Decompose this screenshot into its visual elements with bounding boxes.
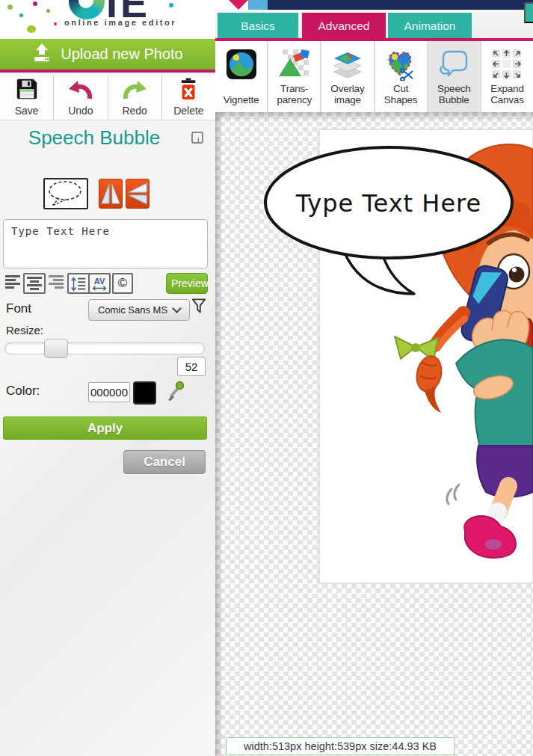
upload-icon [32, 43, 52, 66]
info-icon[interactable]: i [191, 132, 203, 144]
upload-new-photo-button[interactable]: Upload new Photo [0, 39, 215, 73]
align-center-icon [25, 275, 43, 292]
banner-navy-bar [268, 0, 533, 10]
tool-label: Vignette [224, 95, 259, 106]
main-area: Basics Advanced Animation Vignette [215, 0, 533, 756]
tool-label: SpeechBubble [437, 84, 471, 106]
tool-expand-canvas[interactable]: ExpandCanvas [481, 41, 533, 112]
slider-handle[interactable] [44, 339, 68, 358]
splatter-dot [54, 22, 57, 25]
color-swatch[interactable] [133, 381, 156, 405]
preview-button[interactable]: Preview [166, 273, 208, 294]
tool-label: Overlayimage [330, 84, 364, 106]
eyedropper-button[interactable] [166, 380, 184, 403]
tool-transparency[interactable]: Trans-parency [268, 41, 320, 112]
panel-title: Speech Bubble [0, 126, 188, 150]
delete-icon [176, 77, 200, 103]
expand-canvas-icon [490, 48, 523, 81]
font-filter-button[interactable] [191, 298, 206, 317]
image-status-bar: width:513px height:539px size:44.93 KB [226, 737, 455, 755]
redo-label: Redo [122, 105, 147, 117]
edit-toolbar: Save Undo Redo Delete [0, 76, 215, 120]
banner-triangle [229, 0, 248, 10]
redo-icon [122, 79, 147, 103]
line-height-icon [70, 275, 87, 293]
speech-bubble-tool-icon [437, 48, 470, 81]
overlay-image-icon [331, 48, 364, 81]
splatter-dot [7, 4, 13, 10]
save-icon [15, 77, 39, 103]
vignette-icon [225, 48, 258, 81]
canvas-art: Type Text Here [215, 112, 533, 756]
font-label: Font [6, 301, 31, 316]
align-right-button[interactable] [46, 273, 66, 292]
cancel-button[interactable]: Cancel [123, 450, 206, 474]
upload-label: Upload new Photo [61, 46, 182, 63]
resize-label: Resize: [6, 324, 43, 336]
delete-label: Delete [173, 105, 203, 117]
tool-speech-bubble[interactable]: SpeechBubble [428, 41, 480, 112]
bubble-text: Type Text Here [295, 189, 481, 218]
chevron-down-icon [172, 304, 182, 313]
redo-button[interactable]: Redo [108, 76, 161, 120]
flip-horizontal-button[interactable] [99, 179, 123, 209]
tab-partial-right[interactable] [524, 2, 533, 23]
undo-label: Undo [68, 105, 93, 117]
line-height-button[interactable] [67, 273, 90, 294]
splatter-dot [169, 3, 173, 7]
undo-button[interactable]: Undo [53, 76, 107, 120]
letter-spacing-icon: AV [90, 275, 108, 293]
tab-basics[interactable]: Basics [218, 13, 298, 38]
online-image-editor-app: IE online image editor Upload new Photo … [0, 0, 533, 756]
font-size-slider[interactable] [4, 342, 205, 354]
splatter-dot [33, 1, 37, 6]
apply-button[interactable]: Apply [3, 417, 207, 440]
svg-text:AV: AV [94, 277, 105, 286]
tool-label: Trans-parency [277, 84, 312, 106]
splatter-dot [19, 13, 23, 17]
transparency-icon [278, 48, 311, 81]
eyedropper-icon [166, 380, 184, 401]
splatter-dot [27, 25, 36, 33]
cut-shapes-icon [384, 48, 417, 81]
sidebar: IE online image editor Upload new Photo … [0, 0, 215, 756]
align-right-icon [47, 274, 65, 290]
tool-label: ExpandCanvas [490, 84, 524, 106]
image-canvas[interactable]: Type Text Here width:513px height:539px … [215, 112, 533, 756]
category-tabs: Basics Advanced Animation [215, 10, 533, 38]
flip-vertical-button[interactable] [126, 179, 150, 209]
delete-button[interactable]: Delete [161, 76, 215, 120]
tool-label: CutShapes [384, 84, 418, 106]
align-left-icon [4, 274, 22, 290]
top-banner [215, 0, 533, 10]
tool-strip: Vignette Trans-parency [215, 41, 533, 112]
tool-vignette[interactable]: Vignette [215, 41, 267, 112]
app-logo: IE online image editor [0, 0, 215, 39]
font-select-value: Comic Sans MS [98, 304, 167, 316]
tool-overlay-image[interactable]: Overlayimage [321, 41, 373, 112]
logo-tagline: online image editor [64, 18, 176, 27]
undo-icon [68, 79, 93, 103]
color-label: Color: [6, 384, 40, 399]
copyright-button[interactable]: © [112, 273, 133, 294]
align-center-button[interactable] [23, 273, 46, 294]
tab-advanced[interactable]: Advanced [302, 13, 386, 38]
tab-animation[interactable]: Animation [388, 13, 472, 38]
splatter-dot [46, 9, 50, 13]
color-hex-input[interactable] [88, 382, 130, 402]
speech-bubble-shape-icon [46, 179, 87, 207]
font-select[interactable]: Comic Sans MS [88, 299, 190, 321]
tool-cut-shapes[interactable]: CutShapes [375, 41, 427, 112]
letter-spacing-button[interactable]: AV [88, 273, 111, 294]
font-size-input[interactable] [177, 357, 206, 376]
save-label: Save [15, 105, 39, 117]
align-left-button[interactable] [3, 273, 22, 292]
banner-blue-block [248, 0, 268, 10]
save-button[interactable]: Save [0, 76, 53, 120]
logo-paint-splat-o [69, 0, 105, 19]
flip-vertical-icon [126, 179, 149, 208]
flip-horizontal-icon [99, 179, 122, 208]
funnel-icon [191, 298, 206, 315]
bubble-text-input[interactable]: Type Text Here [3, 219, 208, 268]
bubble-shape-style-button[interactable] [43, 178, 88, 209]
